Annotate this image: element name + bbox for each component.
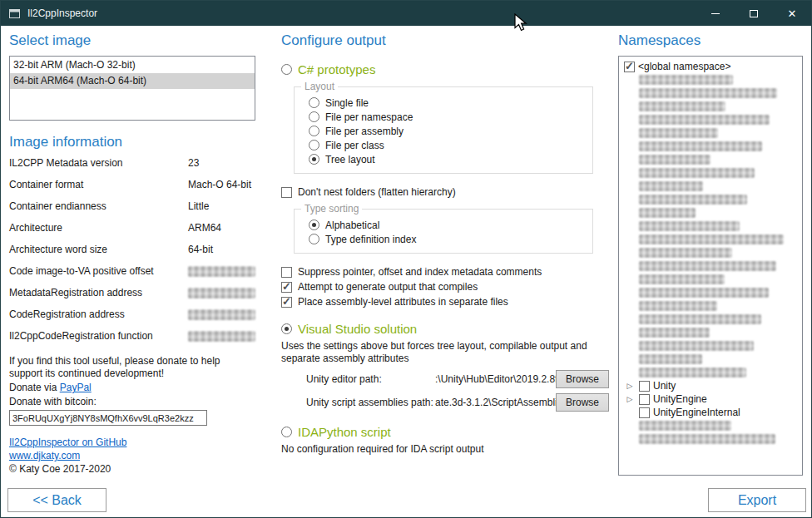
namespace-checkbox[interactable] [639,381,650,392]
configure-output-section: Configure output C# prototypes Layout Si… [281,32,609,456]
github-link[interactable]: Il2CppInspector on GitHub [9,437,126,448]
namespace-row [621,419,800,432]
image-listbox[interactable]: 32-bit ARM (Mach-O 32-bit)64-bit ARM64 (… [9,56,255,121]
website-link[interactable]: www.djkaty.com [9,450,80,461]
redacted-namespace [639,368,746,377]
option-label: Type definition index [325,234,416,245]
donate-bitcoin-label: Donate with bitcoin: [9,396,255,408]
namespace-row[interactable]: ▷UnityEngine [621,392,800,406]
radio-indicator [281,323,292,334]
redacted-value [188,309,255,320]
info-label: MetadataRegistration address [9,287,188,298]
checkbox-label: Attempt to generate output that compiles [298,281,478,293]
namespace-row [621,313,800,326]
title-bar[interactable]: Il2CppInspector ✕ [1,1,811,26]
checkbox-output-compiles[interactable]: Attempt to generate output that compiles [281,280,609,294]
namespace-label: <global namespace> [638,61,730,72]
namespace-row [621,153,800,166]
namespace-checkbox[interactable] [639,407,650,418]
namespace-row [621,100,800,113]
image-option[interactable]: 64-bit ARM64 (Mach-O 64-bit) [10,73,255,89]
info-label: Architecture [9,222,188,234]
info-row: Il2CppCodeRegistration function [9,330,255,352]
namespace-row [621,180,800,193]
bitcoin-address-field[interactable] [9,410,207,426]
namespaces-tree[interactable]: <global namespace>▷Unity▷UnityEngineUnit… [618,56,803,476]
type-sorting-legend: Type sorting [301,203,362,215]
radio-tree-layout[interactable]: Tree layout [309,152,584,166]
info-label: IL2CPP Metadata version [9,157,188,169]
info-value: 23 [188,157,255,169]
checkbox-separate-attribute-files[interactable]: Place assembly-level attributes in separ… [281,295,609,308]
checkbox-indicator [281,297,292,308]
browse-script-assemblies-button[interactable]: Browse [556,393,609,412]
checkbox-label: Suppress pointer, offset and index metad… [298,266,542,278]
radio-file-per-class[interactable]: File per class [309,138,584,152]
configure-output-heading: Configure output [281,32,609,49]
option-label: Alphabetical [325,220,379,231]
paypal-link[interactable]: PayPal [60,382,92,393]
redacted-namespace [639,101,725,111]
namespace-row [621,126,800,140]
app-window: Il2CppInspector ✕ Select image 32-bit AR… [0,0,812,518]
radio-indicator [281,64,292,75]
namespace-row [621,246,800,259]
option-label: Tree layout [325,154,375,165]
option-label: File per assembly [325,126,404,137]
unity-script-assemblies-path-value[interactable]: ate.3d-3.1.2\ScriptAssemblies [435,397,556,408]
radio-idapython-script[interactable]: IDAPython script [281,424,609,439]
namespace-row [621,113,800,126]
option-label: Single file [325,97,369,109]
namespace-row[interactable]: <global namespace> [621,60,800,73]
info-value: 64-bit [188,244,255,255]
radio-indicator [309,126,319,136]
checkbox-flatten-hierarchy[interactable]: Don't nest folders (flatten hierarchy) [281,185,609,199]
redacted-value [188,266,255,277]
expander-icon[interactable]: ▷ [624,379,636,392]
namespace-row [621,326,800,339]
redacted-namespace [639,248,732,258]
namespace-checkbox[interactable] [624,62,635,72]
radio-indicator [309,234,319,244]
info-value: Little [188,200,255,212]
radio-csharp-prototypes[interactable]: C# prototypes [281,62,609,76]
redacted-namespace [639,128,718,138]
donate-text: If you find this tool useful, please don… [9,355,252,380]
checkbox-suppress-metadata-comments[interactable]: Suppress pointer, offset and index metad… [281,265,609,279]
namespace-row[interactable]: ▷Unity [621,379,800,392]
checkbox-label: Place assembly-level attributes in separ… [298,296,508,308]
maximize-button[interactable] [735,1,773,26]
redacted-namespace [639,168,755,178]
image-option[interactable]: 32-bit ARM (Mach-O 32-bit) [10,57,255,73]
radio-type-definition-index[interactable]: Type definition index [309,232,584,246]
radio-single-file[interactable]: Single file [309,96,584,110]
redacted-namespace [639,288,769,298]
info-label: Architecture word size [9,244,188,255]
app-icon [8,7,21,20]
expander-icon[interactable]: ▷ [624,392,636,406]
radio-alphabetical[interactable]: Alphabetical [309,218,584,232]
namespace-row [621,73,800,86]
browse-editor-button[interactable]: Browse [556,370,609,388]
export-button[interactable]: Export [708,488,806,512]
back-button[interactable]: << Back [7,488,106,512]
radio-indicator [309,111,319,122]
minimize-button[interactable] [696,1,735,26]
checkbox-label: Don't nest folders (flatten hierarchy) [298,186,456,198]
radio-indicator [309,154,319,165]
radio-file-per-namespace[interactable]: File per namespace [309,110,584,124]
namespace-row [621,233,800,246]
info-value: ARM64 [188,222,255,234]
redacted-namespace [639,155,710,165]
radio-file-per-assembly[interactable]: File per assembly [309,124,584,138]
unity-editor-path-value[interactable]: :\Unity\Hub\Editor\2019.2.8f1 [435,373,556,385]
namespace-row [621,140,800,153]
namespace-checkbox[interactable] [639,394,650,405]
redacted-namespace [639,115,770,125]
namespace-row[interactable]: UnityEngineInternal [621,406,800,419]
checkbox-indicator [281,282,292,293]
info-row: Container endiannessLittle [9,200,255,222]
close-button[interactable]: ✕ [773,1,811,26]
radio-visual-studio-solution[interactable]: Visual Studio solution [281,321,609,336]
info-row: MetadataRegistration address [9,287,255,308]
